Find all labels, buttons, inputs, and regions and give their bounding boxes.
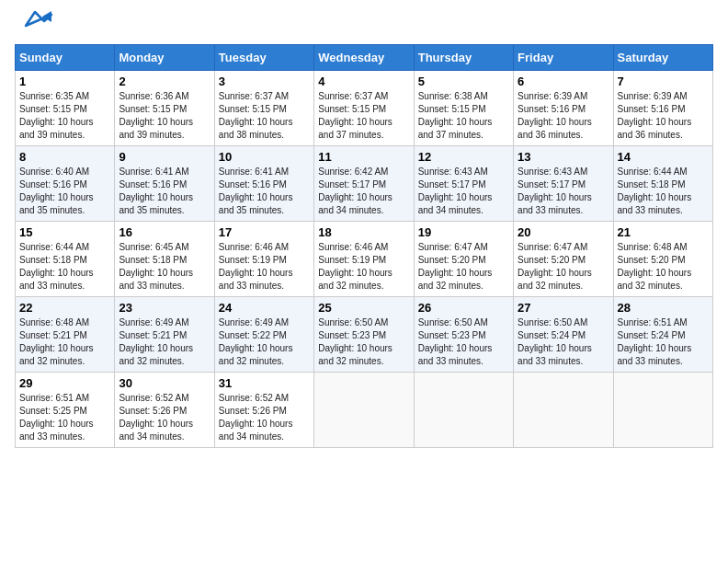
day-number: 21	[618, 225, 709, 239]
day-info: Sunrise: 6:52 AM Sunset: 5:26 PM Dayligh…	[119, 392, 210, 443]
calendar-cell	[514, 373, 613, 448]
calendar-cell	[613, 373, 712, 448]
calendar-cell	[314, 373, 414, 448]
weekday-header: Tuesday	[214, 45, 313, 71]
day-info: Sunrise: 6:37 AM Sunset: 5:15 PM Dayligh…	[318, 90, 409, 142]
calendar-cell: 18 Sunrise: 6:46 AM Sunset: 5:19 PM Dayl…	[314, 222, 414, 297]
day-info: Sunrise: 6:40 AM Sunset: 5:16 PM Dayligh…	[19, 166, 110, 217]
day-number: 3	[219, 75, 310, 88]
day-number: 13	[518, 150, 609, 164]
day-info: Sunrise: 6:49 AM Sunset: 5:22 PM Dayligh…	[219, 316, 310, 368]
day-info: Sunrise: 6:50 AM Sunset: 5:23 PM Dayligh…	[318, 316, 409, 368]
calendar-cell: 21 Sunrise: 6:48 AM Sunset: 5:20 PM Dayl…	[613, 222, 712, 297]
day-info: Sunrise: 6:50 AM Sunset: 5:24 PM Dayligh…	[518, 316, 609, 368]
day-number: 16	[119, 225, 210, 239]
day-number: 27	[518, 301, 609, 315]
calendar-header-row: SundayMondayTuesdayWednesdayThursdayFrid…	[16, 45, 713, 71]
day-number: 15	[19, 225, 110, 239]
calendar-cell: 24 Sunrise: 6:49 AM Sunset: 5:22 PM Dayl…	[214, 297, 313, 373]
day-number: 30	[119, 376, 210, 390]
day-number: 9	[119, 150, 210, 164]
calendar-cell: 22 Sunrise: 6:48 AM Sunset: 5:21 PM Dayl…	[16, 297, 115, 373]
day-number: 19	[418, 225, 509, 239]
day-info: Sunrise: 6:41 AM Sunset: 5:16 PM Dayligh…	[219, 166, 310, 217]
day-number: 1	[19, 75, 110, 88]
day-info: Sunrise: 6:47 AM Sunset: 5:20 PM Dayligh…	[518, 241, 609, 293]
day-info: Sunrise: 6:43 AM Sunset: 5:17 PM Dayligh…	[418, 166, 509, 217]
day-number: 8	[19, 150, 110, 164]
day-info: Sunrise: 6:42 AM Sunset: 5:17 PM Dayligh…	[318, 166, 409, 217]
day-info: Sunrise: 6:46 AM Sunset: 5:19 PM Dayligh…	[318, 241, 409, 293]
calendar-cell: 9 Sunrise: 6:41 AM Sunset: 5:16 PM Dayli…	[115, 146, 214, 222]
calendar-cell: 23 Sunrise: 6:49 AM Sunset: 5:21 PM Dayl…	[115, 297, 214, 373]
calendar-cell: 8 Sunrise: 6:40 AM Sunset: 5:16 PM Dayli…	[16, 146, 115, 222]
day-info: Sunrise: 6:35 AM Sunset: 5:15 PM Dayligh…	[19, 90, 110, 142]
day-info: Sunrise: 6:41 AM Sunset: 5:16 PM Dayligh…	[119, 166, 210, 217]
calendar-week-row: 8 Sunrise: 6:40 AM Sunset: 5:16 PM Dayli…	[16, 146, 713, 222]
day-number: 7	[618, 75, 709, 88]
calendar-cell: 3 Sunrise: 6:37 AM Sunset: 5:15 PM Dayli…	[214, 71, 313, 146]
day-info: Sunrise: 6:51 AM Sunset: 5:24 PM Dayligh…	[618, 316, 709, 368]
day-info: Sunrise: 6:50 AM Sunset: 5:23 PM Dayligh…	[418, 316, 509, 368]
calendar-cell: 14 Sunrise: 6:44 AM Sunset: 5:18 PM Dayl…	[613, 146, 712, 222]
weekday-header: Sunday	[16, 45, 115, 71]
day-info: Sunrise: 6:46 AM Sunset: 5:19 PM Dayligh…	[219, 241, 310, 293]
day-number: 18	[318, 225, 409, 239]
day-number: 14	[618, 150, 709, 164]
day-info: Sunrise: 6:43 AM Sunset: 5:17 PM Dayligh…	[518, 166, 609, 217]
logo	[15, 15, 53, 37]
weekday-header: Saturday	[613, 45, 712, 71]
calendar-cell: 30 Sunrise: 6:52 AM Sunset: 5:26 PM Dayl…	[115, 373, 214, 448]
calendar-body: 1 Sunrise: 6:35 AM Sunset: 5:15 PM Dayli…	[16, 71, 713, 448]
weekday-header: Thursday	[414, 45, 513, 71]
weekday-header: Friday	[514, 45, 613, 71]
calendar-cell: 11 Sunrise: 6:42 AM Sunset: 5:17 PM Dayl…	[314, 146, 414, 222]
day-info: Sunrise: 6:48 AM Sunset: 5:20 PM Dayligh…	[618, 241, 709, 293]
weekday-header: Wednesday	[314, 45, 414, 71]
day-info: Sunrise: 6:44 AM Sunset: 5:18 PM Dayligh…	[618, 166, 709, 217]
day-number: 20	[518, 225, 609, 239]
calendar-cell: 27 Sunrise: 6:50 AM Sunset: 5:24 PM Dayl…	[514, 297, 613, 373]
day-number: 12	[418, 150, 509, 164]
calendar-cell: 7 Sunrise: 6:39 AM Sunset: 5:16 PM Dayli…	[613, 71, 712, 146]
day-info: Sunrise: 6:48 AM Sunset: 5:21 PM Dayligh…	[19, 316, 110, 368]
day-number: 28	[618, 301, 709, 315]
calendar-week-row: 1 Sunrise: 6:35 AM Sunset: 5:15 PM Dayli…	[16, 71, 713, 146]
day-number: 22	[19, 301, 110, 315]
calendar-cell: 12 Sunrise: 6:43 AM Sunset: 5:17 PM Dayl…	[414, 146, 513, 222]
calendar-cell: 6 Sunrise: 6:39 AM Sunset: 5:16 PM Dayli…	[514, 71, 613, 146]
calendar-cell: 10 Sunrise: 6:41 AM Sunset: 5:16 PM Dayl…	[214, 146, 313, 222]
day-number: 31	[219, 376, 310, 390]
day-number: 26	[418, 301, 509, 315]
calendar-cell	[414, 373, 513, 448]
day-number: 5	[418, 75, 509, 88]
day-info: Sunrise: 6:51 AM Sunset: 5:25 PM Dayligh…	[19, 392, 110, 443]
calendar-cell: 28 Sunrise: 6:51 AM Sunset: 5:24 PM Dayl…	[613, 297, 712, 373]
calendar-cell: 25 Sunrise: 6:50 AM Sunset: 5:23 PM Dayl…	[314, 297, 414, 373]
day-number: 29	[19, 376, 110, 390]
calendar-cell: 13 Sunrise: 6:43 AM Sunset: 5:17 PM Dayl…	[514, 146, 613, 222]
day-info: Sunrise: 6:36 AM Sunset: 5:15 PM Dayligh…	[119, 90, 210, 142]
calendar-cell: 16 Sunrise: 6:45 AM Sunset: 5:18 PM Dayl…	[115, 222, 214, 297]
calendar-week-row: 15 Sunrise: 6:44 AM Sunset: 5:18 PM Dayl…	[16, 222, 713, 297]
day-number: 23	[119, 301, 210, 315]
day-info: Sunrise: 6:52 AM Sunset: 5:26 PM Dayligh…	[219, 392, 310, 443]
calendar-cell: 29 Sunrise: 6:51 AM Sunset: 5:25 PM Dayl…	[16, 373, 115, 448]
calendar-cell: 15 Sunrise: 6:44 AM Sunset: 5:18 PM Dayl…	[16, 222, 115, 297]
day-number: 4	[318, 75, 409, 88]
day-info: Sunrise: 6:47 AM Sunset: 5:20 PM Dayligh…	[418, 241, 509, 293]
logo-icon	[17, 7, 53, 35]
calendar-cell: 20 Sunrise: 6:47 AM Sunset: 5:20 PM Dayl…	[514, 222, 613, 297]
day-info: Sunrise: 6:39 AM Sunset: 5:16 PM Dayligh…	[618, 90, 709, 142]
calendar-cell: 26 Sunrise: 6:50 AM Sunset: 5:23 PM Dayl…	[414, 297, 513, 373]
calendar-cell: 2 Sunrise: 6:36 AM Sunset: 5:15 PM Dayli…	[115, 71, 214, 146]
day-info: Sunrise: 6:39 AM Sunset: 5:16 PM Dayligh…	[518, 90, 609, 142]
day-number: 25	[318, 301, 409, 315]
calendar-header: SundayMondayTuesdayWednesdayThursdayFrid…	[16, 45, 713, 71]
calendar-week-row: 29 Sunrise: 6:51 AM Sunset: 5:25 PM Dayl…	[16, 373, 713, 448]
day-number: 2	[119, 75, 210, 88]
day-number: 11	[318, 150, 409, 164]
calendar-cell: 4 Sunrise: 6:37 AM Sunset: 5:15 PM Dayli…	[314, 71, 414, 146]
day-info: Sunrise: 6:38 AM Sunset: 5:15 PM Dayligh…	[418, 90, 509, 142]
day-number: 24	[219, 301, 310, 315]
